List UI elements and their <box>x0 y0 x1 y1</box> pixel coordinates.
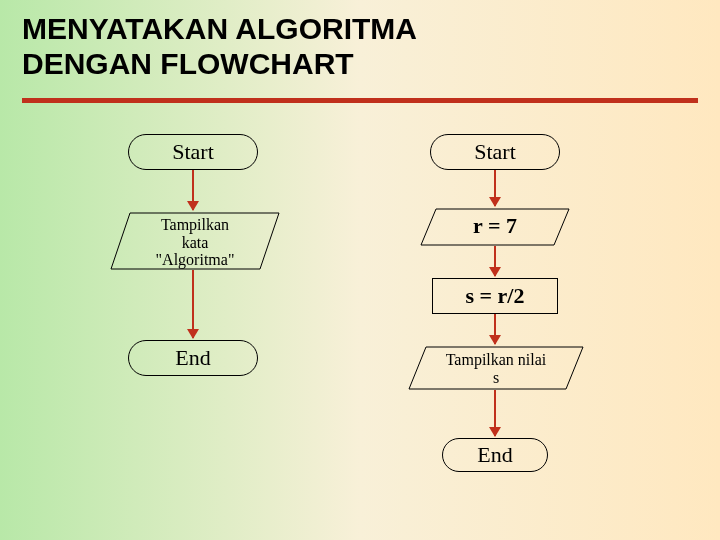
left-io-label: Tampilkankata"Algoritma" <box>110 216 280 269</box>
title-line-2: DENGAN FLOWCHART <box>22 47 354 80</box>
right-output-parallelogram: Tampilkan nilais <box>408 346 584 390</box>
right-input-label: r = 7 <box>420 214 570 238</box>
right-arrow-2 <box>494 246 496 276</box>
left-end-label: End <box>175 345 210 371</box>
page-title: MENYATAKAN ALGORITMA DENGAN FLOWCHART <box>22 12 417 81</box>
right-end-label: End <box>477 442 512 468</box>
right-start-terminator: Start <box>430 134 560 170</box>
left-io-parallelogram: Tampilkankata"Algoritma" <box>110 212 280 270</box>
title-line-1: MENYATAKAN ALGORITMA <box>22 12 417 45</box>
right-start-label: Start <box>474 139 516 165</box>
right-output-label: Tampilkan nilais <box>408 351 584 386</box>
right-end-terminator: End <box>442 438 548 472</box>
left-start-terminator: Start <box>128 134 258 170</box>
right-arrow-3 <box>494 314 496 344</box>
left-arrow-2 <box>192 270 194 338</box>
left-arrow-1 <box>192 170 194 210</box>
right-process-label: s = r/2 <box>466 283 525 309</box>
left-start-label: Start <box>172 139 214 165</box>
right-input-parallelogram: r = 7 <box>420 208 570 246</box>
right-process-rect: s = r/2 <box>432 278 558 314</box>
title-underline <box>22 98 698 103</box>
right-arrow-4 <box>494 390 496 436</box>
right-arrow-1 <box>494 170 496 206</box>
left-end-terminator: End <box>128 340 258 376</box>
